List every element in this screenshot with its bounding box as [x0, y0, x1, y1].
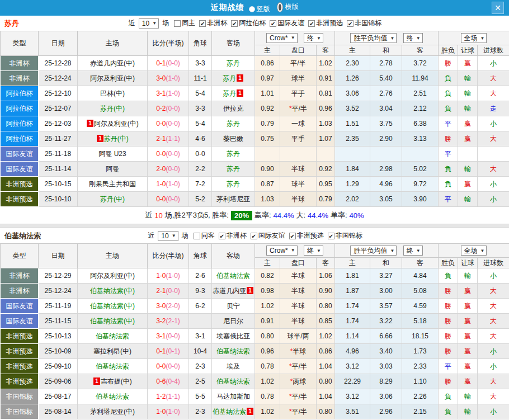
odds-source-dropdown[interactable]: Crow*▼ — [266, 33, 298, 43]
odds-handicap: *两球 — [280, 374, 317, 389]
match-row: 非洲预选25-10-10苏丹(中)0-0(0-0)5-2茅利塔尼亚1.03半球0… — [1, 192, 509, 207]
half-score: (0-0) — [166, 165, 180, 173]
odds-handicap: 半球 — [280, 162, 317, 177]
avg-away: 2.33 — [402, 359, 439, 374]
result-outcome: 勝 — [439, 284, 458, 299]
checkbox-阿拉伯杯[interactable]: ✔ — [231, 20, 238, 27]
avg-home: 22.29 — [335, 374, 370, 389]
checkbox-label-非国锦标[interactable]: 非国锦标 — [355, 18, 381, 28]
odds-handicap: 平手 — [280, 131, 317, 147]
away-team: 尼日尔 — [212, 314, 255, 329]
filter-prefix: 近 — [129, 18, 135, 28]
home-team: 阿曼 — [78, 162, 148, 177]
checkbox-label-同客[interactable]: 同客 — [201, 231, 215, 240]
odds-away: 0.80 — [317, 374, 335, 389]
layout-radio-横版[interactable]: 横版 — [275, 2, 299, 12]
match-date: 25-10-13 — [39, 329, 78, 344]
subheader-avg-away: 客 — [402, 258, 439, 268]
header-date: 日期 — [39, 244, 78, 268]
close-button[interactable]: ✕ — [492, 2, 504, 14]
checkbox-label-同主[interactable]: 同主 — [182, 18, 195, 28]
matches-body: 非洲杯25-12-28赤道几内亚(中)0-1(0-0)3-3苏丹0.86平/半1… — [1, 56, 509, 207]
odds-source-dropdown[interactable]: Crow*▼ — [266, 246, 298, 256]
checkbox-label-非洲预选[interactable]: 非洲预选 — [297, 231, 324, 240]
match-type: 国际友谊 — [1, 162, 39, 177]
score: 3-2(2-1) — [148, 314, 189, 329]
result-handicap: 輸 — [458, 101, 478, 116]
avg-final-dropdown[interactable]: 终▼ — [403, 246, 423, 256]
checkbox-label-国际友谊[interactable]: 国际友谊 — [277, 18, 304, 28]
odds-away: 0.80 — [317, 404, 335, 419]
subheader-odds-home: 主 — [255, 258, 280, 268]
checkbox-非国锦标[interactable]: ✔ — [347, 20, 354, 27]
fullmatch-dropdown[interactable]: 全场▼ — [461, 246, 487, 256]
match-type: 阿拉伯杯 — [1, 131, 39, 147]
avg-draw: 2.96 — [370, 404, 402, 419]
matches-table: 类型 日期 主场 比分(半场) 角球 客场 Crow*▼ 终▼ 胜平负均值▼ 终… — [0, 243, 509, 419]
score: 0-0(0-0) — [148, 359, 189, 374]
checkbox-非洲杯[interactable]: ✔ — [219, 233, 225, 239]
chevron-down-icon: ▼ — [390, 36, 394, 41]
half-score: (0-1) — [166, 347, 180, 355]
match-date: 25-09-10 — [39, 359, 78, 374]
result-outcome: 負 — [439, 101, 458, 116]
home-team: 伯基纳法索 — [78, 389, 148, 404]
layout-radio-竖版[interactable]: 竖版 — [249, 4, 270, 14]
match-date: 25-11-27 — [39, 131, 78, 147]
score: 0-6(0-4) — [148, 374, 189, 389]
checkbox-非国锦标[interactable]: ✔ — [328, 233, 334, 239]
full-score: 1-0 — [156, 408, 166, 416]
match-date: 25-11-19 — [39, 299, 78, 314]
odds-away: 0.85 — [317, 314, 335, 329]
odds-home: 0.92 — [255, 101, 280, 116]
home-team: 1苏丹(中) — [78, 131, 148, 147]
match-date: 25-12-10 — [39, 86, 78, 101]
checkbox-国际友谊[interactable]: ✔ — [251, 233, 257, 239]
odds-final-dropdown[interactable]: 终▼ — [304, 246, 323, 256]
corner: 7-2 — [189, 177, 212, 192]
checkbox-同客[interactable] — [194, 233, 200, 239]
avg-draw: 2.76 — [370, 86, 402, 101]
checkbox-非洲预选[interactable]: ✔ — [308, 20, 315, 27]
odds-final-dropdown[interactable]: 终▼ — [304, 33, 323, 43]
avg-home: 1.51 — [335, 116, 370, 131]
avg-dropdown[interactable]: 胜平负均值▼ — [350, 246, 397, 256]
match-date: 25-11-15 — [39, 314, 78, 329]
rank-badge: 1 — [97, 135, 103, 142]
avg-dropdown[interactable]: 胜平负均值▼ — [350, 33, 397, 43]
result-outcome: 勝 — [439, 299, 458, 314]
checkbox-同主[interactable] — [174, 20, 181, 27]
match-date: 25-11-18 — [39, 147, 78, 162]
avg-home: 3.51 — [335, 404, 370, 419]
odds-away: 0.92 — [317, 162, 335, 177]
avg-draw: 3.75 — [370, 116, 402, 131]
summary-count: 10 — [154, 211, 162, 220]
odds-home: 0.96 — [255, 344, 280, 359]
fullmatch-dropdown[interactable]: 全场▼ — [461, 33, 487, 43]
corner: 5-5 — [189, 389, 212, 404]
recent-count-select[interactable]: 10▼ — [158, 231, 178, 241]
checkbox-label-非洲杯[interactable]: 非洲杯 — [207, 18, 227, 28]
half-score: (2-0) — [166, 302, 180, 310]
stat-value: 44.4% — [274, 211, 294, 220]
checkbox-label-非国锦标[interactable]: 非国锦标 — [336, 231, 362, 240]
recent-count-select[interactable]: 10▼ — [139, 18, 159, 29]
half-score: (0-0) — [166, 287, 180, 295]
avg-final-dropdown[interactable]: 终▼ — [403, 33, 423, 43]
avg-draw: 4.96 — [370, 177, 402, 192]
avg-away: 2.12 — [402, 101, 439, 116]
checkbox-label-非洲杯[interactable]: 非洲杯 — [227, 231, 247, 240]
home-team-name: 阿尔及利亚(中) — [90, 272, 135, 280]
checkbox-非洲杯[interactable]: ✔ — [199, 20, 206, 27]
checkbox-非洲预选[interactable]: ✔ — [289, 233, 296, 239]
checkbox-label-阿拉伯杯[interactable]: 阿拉伯杯 — [239, 18, 266, 28]
checkbox-label-非洲预选[interactable]: 非洲预选 — [316, 18, 343, 28]
away-team: 马达加斯加 — [212, 389, 255, 404]
checkbox-label-国际友谊[interactable]: 国际友谊 — [258, 231, 285, 240]
odds-handicap: *平/半 — [280, 101, 317, 116]
checkbox-国际友谊[interactable]: ✔ — [270, 20, 276, 27]
subheader-avg-draw: 和 — [370, 258, 402, 268]
handicap-text: 球半 — [291, 180, 305, 188]
rank-badge: 1 — [247, 408, 253, 415]
away-team-name: 伯基纳法索 — [216, 347, 250, 355]
